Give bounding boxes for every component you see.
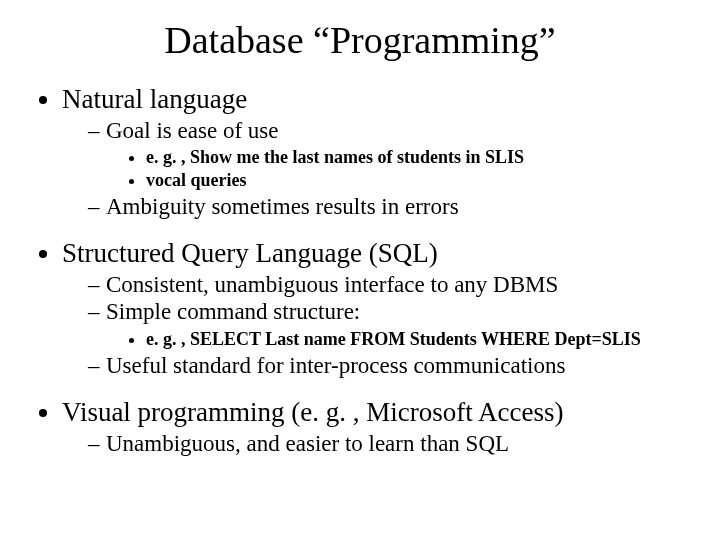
bullet-list: Natural language Goal is ease of use e. … <box>28 84 692 457</box>
bullet-sql: Structured Query Language (SQL) Consiste… <box>62 238 692 379</box>
bullet-visual-programming: Visual programming (e. g. , Microsoft Ac… <box>62 397 692 457</box>
sub-bullet: Unambiguous, and easier to learn than SQ… <box>88 430 692 457</box>
sub-sub-list: e. g. , Show me the last names of studen… <box>106 146 692 191</box>
bullet-natural-language: Natural language Goal is ease of use e. … <box>62 84 692 220</box>
sub-bullet-text: Simple command structure: <box>106 299 360 324</box>
sub-list: Consistent, unambiguous interface to any… <box>62 271 692 379</box>
sub-bullet-text: Useful standard for inter-process commun… <box>106 353 565 378</box>
sub-bullet: Simple command structure: e. g. , SELECT… <box>88 298 692 350</box>
bullet-text: Structured Query Language (SQL) <box>62 238 438 268</box>
sub-bullet-text: Unambiguous, and easier to learn than SQ… <box>106 431 509 456</box>
sub-bullet-text: Consistent, unambiguous interface to any… <box>106 272 558 297</box>
sub-list: Unambiguous, and easier to learn than SQ… <box>62 430 692 457</box>
sub-list: Goal is ease of use e. g. , Show me the … <box>62 117 692 220</box>
sub-bullet: Consistent, unambiguous interface to any… <box>88 271 692 298</box>
sub-bullet: Useful standard for inter-process commun… <box>88 352 692 379</box>
sub-bullet: Ambiguity sometimes results in errors <box>88 193 692 220</box>
slide-title: Database “Programming” <box>28 18 692 62</box>
bullet-text: Visual programming (e. g. , Microsoft Ac… <box>62 397 564 427</box>
sub-bullet: Goal is ease of use e. g. , Show me the … <box>88 117 692 191</box>
sub-sub-bullet: e. g. , SELECT Last name FROM Students W… <box>146 328 692 351</box>
slide: Database “Programming” Natural language … <box>0 0 720 540</box>
sub-sub-list: e. g. , SELECT Last name FROM Students W… <box>106 328 692 351</box>
sub-bullet-text: Goal is ease of use <box>106 118 278 143</box>
bullet-text: Natural language <box>62 84 247 114</box>
sub-bullet-text: Ambiguity sometimes results in errors <box>106 194 459 219</box>
sub-sub-bullet: vocal queries <box>146 169 692 192</box>
sub-sub-bullet: e. g. , Show me the last names of studen… <box>146 146 692 169</box>
